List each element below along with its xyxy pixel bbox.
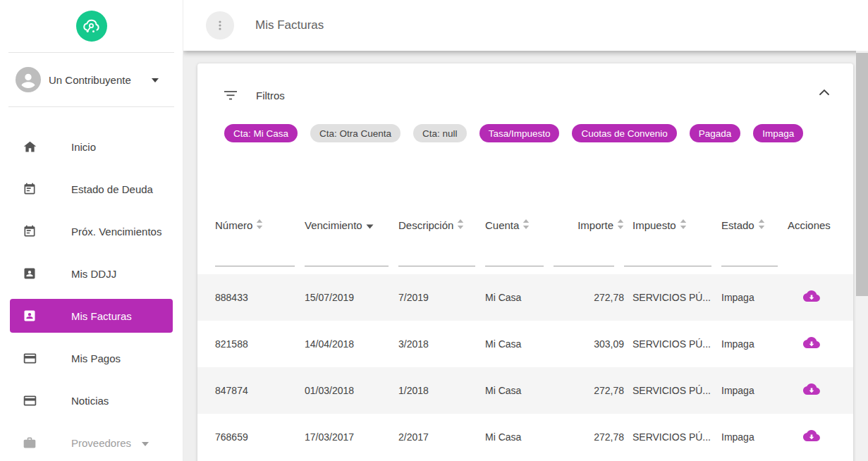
cell-estado: Impaga: [721, 385, 788, 396]
vertical-ellipsis-icon: [214, 19, 226, 32]
download-invoice-button[interactable]: [788, 337, 836, 352]
cell-descripcion: 3/2018: [398, 338, 485, 350]
sidebar-item-label: Próx. Vencimientos: [71, 226, 161, 238]
column-header-numero[interactable]: Número: [215, 219, 305, 231]
download-invoice-button[interactable]: [788, 290, 836, 305]
table-row: 84787401/03/20181/2018Mi Casa272,78SERVI…: [197, 367, 853, 414]
column-header-label: Número: [215, 219, 252, 231]
briefcase-icon: [21, 436, 38, 450]
column-filter-spacer: [788, 245, 826, 266]
sidebar-item-prox-vencimientos[interactable]: Próx. Vencimientos: [10, 214, 173, 248]
column-filter-input-impuesto[interactable]: [624, 245, 711, 266]
sort-icon: [256, 219, 263, 231]
sort-desc-icon: [366, 219, 374, 231]
person-icon: [16, 67, 41, 92]
filter-chip-tasa-impuesto[interactable]: Tasa/Impuesto: [479, 124, 560, 142]
filter-list-icon: [224, 91, 237, 100]
collapse-filters-button[interactable]: [819, 86, 830, 99]
cell-vencimiento: 14/04/2018: [305, 338, 398, 350]
column-filter-input-importe[interactable]: [554, 245, 614, 266]
sort-icon: [617, 219, 624, 231]
top-bar: Mis Facturas: [183, 0, 868, 51]
cell-importe: 272,78: [554, 292, 624, 303]
cell-descripcion: 2/2017: [398, 431, 485, 443]
sidebar-item-noticias[interactable]: Noticias: [10, 383, 173, 417]
cell-importe: 272,78: [554, 385, 624, 396]
cell-impuesto: SERVICIOS PÚ...: [624, 292, 721, 303]
cloud-download-icon: [803, 383, 820, 398]
column-filter-input-numero[interactable]: [215, 245, 295, 266]
scrollbar-thumb[interactable]: [856, 53, 868, 296]
chevron-down-icon: [152, 78, 159, 82]
column-header-descripcion[interactable]: Descripción: [398, 219, 485, 231]
column-header-importe[interactable]: Importe: [554, 219, 624, 231]
filters-bar: Filtros: [224, 85, 830, 106]
column-header-estado[interactable]: Estado: [721, 219, 788, 231]
more-options-button[interactable]: [206, 11, 234, 39]
cell-vencimiento: 17/03/2017: [305, 431, 398, 443]
cell-impuesto: SERVICIOS PÚ...: [624, 338, 721, 350]
filter-chip-cuotas-de-convenio[interactable]: Cuotas de Convenio: [572, 124, 676, 142]
column-header-acciones: Acciones: [788, 219, 836, 231]
filter-chips: Cta: Mi CasaCta: Otra CuentaCta: nullTas…: [224, 124, 853, 142]
sort-icon: [680, 219, 687, 231]
column-header-label: Acciones: [788, 219, 831, 231]
column-header-label: Cuenta: [485, 219, 519, 231]
sidebar-item-mis-pagos[interactable]: Mis Pagos: [10, 341, 173, 375]
table-header-row: NúmeroVencimientoDescripciónCuentaImport…: [197, 205, 853, 245]
download-invoice-button[interactable]: [788, 430, 836, 445]
sidebar-item-label: Mis DDJJ: [71, 268, 116, 280]
sidebar-item-label: Proveedores: [71, 437, 131, 449]
card-icon: [21, 393, 38, 408]
sidebar-item-label: Mis Facturas: [71, 310, 132, 322]
sidebar-item-label: Inicio: [71, 141, 96, 153]
table-filter-row: [197, 245, 853, 266]
column-filter-input-cuenta[interactable]: [485, 245, 544, 266]
sidebar-item-label: Noticias: [71, 395, 109, 407]
cell-importe: 303,09: [554, 338, 624, 350]
column-filter-input-estado[interactable]: [721, 245, 778, 266]
logo-container[interactable]: [8, 0, 174, 53]
cell-numero: 821588: [215, 338, 305, 350]
cell-numero: 768659: [215, 431, 305, 443]
filter-chip-cta-mi-casa[interactable]: Cta: Mi Casa: [224, 124, 298, 142]
download-invoice-button[interactable]: [788, 383, 836, 398]
avatar: [16, 67, 41, 92]
cloud-download-icon: [803, 430, 820, 445]
cloud-download-icon: [803, 290, 820, 305]
sidebar-item-mis-ddjj[interactable]: Mis DDJJ: [10, 257, 173, 290]
cell-importe: 272,78: [554, 431, 624, 443]
badge-icon: [21, 309, 38, 323]
sidebar-menu: InicioEstado de DeudaPróx. VencimientosM…: [0, 107, 183, 460]
filter-chip-cta-null[interactable]: Cta: null: [413, 124, 467, 142]
filter-chip-pagada[interactable]: Pagada: [690, 124, 741, 142]
filter-chip-impaga[interactable]: Impaga: [753, 124, 803, 142]
cell-descripcion: 7/2019: [398, 292, 485, 303]
user-menu[interactable]: Un Contribuyente: [8, 53, 174, 107]
table-row: 88843315/07/20197/2019Mi Casa272,78SERVI…: [197, 274, 853, 321]
column-header-vencimiento[interactable]: Vencimiento: [305, 219, 398, 231]
column-header-label: Vencimiento: [305, 219, 362, 231]
sort-icon: [522, 219, 530, 231]
app-screen: Mis Facturas Un Contribuyente: [0, 0, 868, 461]
cell-estado: Impaga: [721, 431, 788, 443]
chevron-up-icon: [819, 89, 830, 96]
column-filter-input-descripcion[interactable]: [398, 245, 475, 266]
column-header-impuesto[interactable]: Impuesto: [624, 219, 721, 231]
sidebar-item-mis-facturas[interactable]: Mis Facturas: [10, 299, 173, 333]
column-header-label: Descripción: [398, 219, 453, 231]
cell-impuesto: SERVICIOS PÚ...: [624, 431, 721, 443]
vertical-scrollbar[interactable]: [856, 51, 868, 461]
filter-chip-cta-otra-cuenta[interactable]: Cta: Otra Cuenta: [310, 124, 401, 142]
sort-icon: [758, 219, 765, 231]
sidebar-item-proveedores[interactable]: Proveedores: [10, 426, 173, 460]
sidebar-item-estado-de-deuda[interactable]: Estado de Deuda: [10, 172, 173, 206]
calendar-icon: [21, 182, 38, 196]
cell-cuenta: Mi Casa: [485, 292, 554, 303]
sidebar-item-inicio[interactable]: Inicio: [10, 130, 173, 164]
table-row: 76865917/03/20172/2017Mi Casa272,78SERVI…: [197, 414, 853, 460]
sort-icon: [457, 219, 464, 231]
column-filter-input-vencimiento[interactable]: [305, 245, 389, 266]
sidebar-item-label: Estado de Deuda: [71, 183, 153, 195]
column-header-cuenta[interactable]: Cuenta: [485, 219, 554, 231]
